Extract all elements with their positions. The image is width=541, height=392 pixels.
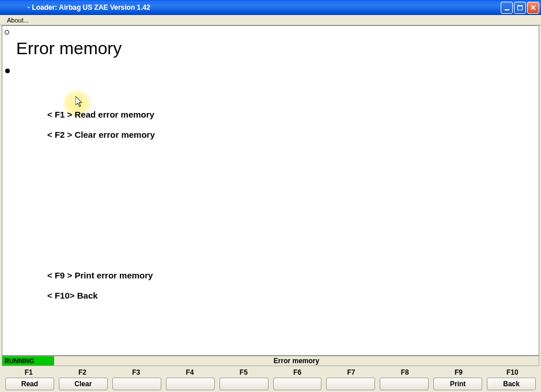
- fkey-button-f5[interactable]: [220, 378, 268, 390]
- fkey-label-f5: F5: [220, 368, 267, 376]
- fkey-button-f3[interactable]: [112, 378, 161, 390]
- fkey-button-f6[interactable]: [273, 378, 322, 390]
- close-icon: ✕: [530, 3, 536, 12]
- menu-item-f10[interactable]: < F10> Back: [47, 291, 153, 300]
- hollow-circle-icon: [5, 30, 9, 35]
- content-area: Error memory < F1 > Read error memory < …: [2, 25, 539, 356]
- status-title: Error memory: [239, 356, 354, 365]
- fkey-label-f6: F6: [274, 368, 321, 376]
- status-row: RUNNING Error memory: [2, 356, 539, 366]
- fkey-button-f4[interactable]: [166, 378, 215, 390]
- fkey-button-f7[interactable]: [326, 378, 375, 390]
- fkey-button-f9[interactable]: Print: [433, 378, 482, 390]
- fkey-label-f7: F7: [327, 368, 374, 376]
- fkey-buttons-row: Read Clear Print Back: [2, 378, 539, 392]
- page-title: Error memory: [16, 39, 122, 58]
- fkey-label-f4: F4: [167, 368, 214, 376]
- fkey-label-f3: F3: [112, 368, 160, 376]
- solid-dot-icon: [5, 69, 10, 73]
- fkey-button-f2[interactable]: Clear: [59, 378, 108, 390]
- fkey-button-f8[interactable]: [380, 378, 429, 390]
- fkey-label-f2: F2: [59, 368, 106, 376]
- fkey-labels-row: F1 F2 F3 F4 F5 F6 F7 F8 F9 F10: [2, 366, 539, 378]
- menu-item-f1[interactable]: < F1 > Read error memory: [47, 110, 155, 119]
- menubar: About...: [0, 15, 541, 25]
- status-running: RUNNING: [2, 356, 54, 365]
- cursor-icon: [75, 96, 84, 108]
- fkey-button-f10[interactable]: Back: [487, 378, 536, 390]
- window-controls: ✕: [501, 2, 539, 14]
- maximize-icon: [517, 5, 523, 10]
- fkey-label-f9: F9: [435, 368, 482, 376]
- titlebar: - Loader: Airbag US ZAE Version 1.42 ✕: [0, 0, 541, 15]
- menu-list-top: < F1 > Read error memory < F2 > Clear er…: [47, 110, 155, 150]
- menu-item-f2[interactable]: < F2 > Clear error memory: [47, 130, 155, 140]
- fkey-button-f1[interactable]: Read: [5, 378, 54, 390]
- titlebar-text: - Loader: Airbag US ZAE Version 1.42: [5, 3, 150, 12]
- fkey-label-f1: F1: [5, 368, 52, 376]
- close-button[interactable]: ✕: [527, 2, 539, 14]
- fkey-label-f8: F8: [381, 368, 429, 376]
- menu-list-bottom: < F9 > Print error memory < F10> Back: [47, 270, 153, 311]
- menu-item-f9[interactable]: < F9 > Print error memory: [47, 270, 153, 280]
- minimize-icon: [505, 9, 509, 10]
- maximize-button[interactable]: [514, 2, 526, 14]
- minimize-button[interactable]: [501, 2, 513, 14]
- fkey-label-f10: F10: [489, 368, 536, 376]
- menu-about[interactable]: About...: [3, 16, 32, 24]
- bottom-panel: RUNNING Error memory F1 F2 F3 F4 F5 F6 F…: [2, 356, 539, 392]
